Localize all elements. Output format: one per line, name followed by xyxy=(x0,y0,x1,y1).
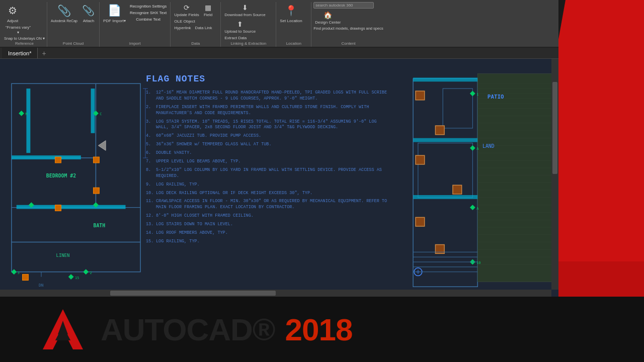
list-item: 4. 60"x60" JACUZZI TUB. PROVIDE PUMP ACC… xyxy=(146,133,387,139)
svg-text:C: C xyxy=(100,112,102,116)
ribbon-group-data: ⟳ Update Fields ▦ Field OLE Object Hyper… xyxy=(171,2,221,47)
list-item: 10. LOG DECK RAILING OPTIONAL OR IF DECK… xyxy=(146,191,387,197)
recap-icon: 📎 xyxy=(57,3,71,19)
ribbon-group-reference: ⚙ Adjust "Frames vary" ▾ Snap to Underla… xyxy=(2,2,47,47)
list-item: 9. LOG RAILING, TYP. xyxy=(146,182,387,188)
pdf-icon: 📄 xyxy=(107,3,121,19)
flag-notes-panel: FLAG NOTES 1. 12"-16" MEAN DIAMETER FULL… xyxy=(146,74,387,247)
svg-rect-84 xyxy=(416,217,425,226)
list-item: 5. 36"x36" SHOWER w/ TEMPERED GLASS WALL… xyxy=(146,142,387,148)
hyperlink-button[interactable]: Hyperlink xyxy=(173,25,192,31)
update-fields-icon: ⟳ xyxy=(182,3,192,13)
autocad-logo-svg xyxy=(40,307,86,352)
list-item: 8. 5-1/2"x10" LOG COLUMN BY LOG YARD IN … xyxy=(146,167,387,179)
ribbon-toolbar: ⚙ Adjust "Frames vary" ▾ Snap to Underla… xyxy=(0,0,558,48)
svg-rect-83 xyxy=(453,185,462,194)
attach-button[interactable]: 📎 Attach xyxy=(80,2,97,24)
tab-add-button[interactable]: + xyxy=(38,48,50,58)
adjust-icon: ⚙ xyxy=(6,3,20,19)
recognize-shx-button[interactable]: Recognize SHX Text xyxy=(128,10,168,16)
ribbon-group-linking: ⬇ Download from Source ⬆ Upload to Sourc… xyxy=(221,2,276,47)
svg-text:3: 3 xyxy=(18,271,20,275)
upload-to-source-button[interactable]: ⬆ Upload to Source xyxy=(223,19,257,34)
svg-rect-13 xyxy=(93,157,99,163)
scrollbar-thumb-h[interactable] xyxy=(110,291,276,296)
svg-rect-8 xyxy=(26,88,30,153)
svg-text:BEDROOM #2: BEDROOM #2 xyxy=(46,173,76,179)
list-item: 14. LOG ROOF MEMBERS ABOVE, TYP. xyxy=(146,230,387,236)
svg-text:M: M xyxy=(25,112,27,116)
svg-rect-80 xyxy=(416,91,425,100)
scrollbar-thumb-v[interactable] xyxy=(552,82,557,174)
svg-rect-93 xyxy=(413,195,477,199)
svg-rect-91 xyxy=(413,77,477,81)
design-center-button[interactable]: 🏠 Design Center xyxy=(313,10,342,25)
recognition-settings-button[interactable]: Recognition Settings xyxy=(128,4,168,9)
list-item: 6. DOUBLE VANITY. xyxy=(146,150,387,156)
svg-text:1: 1 xyxy=(476,93,478,97)
flag-notes-title: FLAG NOTES xyxy=(146,74,387,84)
data-link-button[interactable]: Data Link xyxy=(194,25,214,31)
combine-text-button[interactable]: Combine Text xyxy=(128,17,168,22)
svg-rect-9 xyxy=(91,88,95,133)
svg-text:DN: DN xyxy=(39,283,44,288)
list-item: 15. LOG RAILING, TYP. xyxy=(146,239,387,245)
svg-text:PATIO: PATIO xyxy=(488,94,504,100)
list-item: 1. 12"-16" MEAN DIAMETER FULL ROUND HAND… xyxy=(146,90,387,102)
field-button[interactable]: ▦ Field xyxy=(202,2,215,18)
tab-strip: Insertion* + xyxy=(0,48,558,59)
update-fields-button[interactable]: ⟳ Update Fields xyxy=(173,2,200,18)
list-item: 11. CRAWLSPACE ACCESS IN FLOOR - MIN. 30… xyxy=(146,199,387,211)
list-item: 2. FIREPLACE INSERT WITH FRAMED PERIMETE… xyxy=(146,105,387,117)
horizontal-scrollbar[interactable] xyxy=(0,290,551,297)
list-item: 7. UPPER LEVEL LOG BEAMS ABOVE, TYP. xyxy=(146,159,387,165)
design-center-icon: 🏠 xyxy=(323,10,333,20)
svg-rect-16 xyxy=(23,275,29,281)
brand-text-container: AUTOCAD® 2018 xyxy=(101,312,352,347)
svg-rect-92 xyxy=(413,138,477,142)
adjust-button[interactable]: ⚙ Adjust xyxy=(4,2,21,24)
svg-text:10: 10 xyxy=(476,261,480,265)
vertical-scrollbar[interactable] xyxy=(551,59,558,290)
find-products-label: Find product models, drawings and specs xyxy=(313,26,383,31)
tab-insertion[interactable]: Insertion* xyxy=(2,48,38,58)
svg-rect-38 xyxy=(477,74,552,282)
ole-object-button[interactable]: OLE Object xyxy=(173,19,196,24)
download-icon: ⬇ xyxy=(240,3,250,13)
brand-area: AUTOCAD® 2018 xyxy=(0,297,644,362)
ribbon-group-location: 📍 Set Location Location xyxy=(276,2,311,47)
svg-rect-10 xyxy=(12,155,81,159)
frames-vary-dropdown[interactable]: "Frames vary" ▾ xyxy=(4,25,32,35)
download-from-source-button[interactable]: ⬇ Download from Source xyxy=(223,2,267,18)
flag-notes-list: 1. 12"-16" MEAN DIAMETER FULL ROUND HAND… xyxy=(146,90,387,245)
svg-rect-14 xyxy=(55,205,61,211)
svg-rect-12 xyxy=(55,157,61,163)
pdf-import-button[interactable]: 📄 PDF Import▾ xyxy=(102,2,127,24)
ribbon-group-point-cloud: 📎 Autodesk ReCap 📎 Attach Point Cloud xyxy=(47,2,100,47)
list-item: 12. 8'-0" HIGH CLOSET WITH FRAMED CEILIN… xyxy=(146,213,387,219)
svg-text:BATH: BATH xyxy=(93,223,105,228)
upload-icon: ⬆ xyxy=(235,19,245,29)
field-icon: ▦ xyxy=(203,3,213,13)
svg-text:LAND: LAND xyxy=(482,143,495,149)
ribbon-group-import: 📄 PDF Import▾ Recognition Settings Recog… xyxy=(100,2,171,47)
autocad-screenshot: ⚙ Adjust "Frames vary" ▾ Snap to Underla… xyxy=(0,0,558,297)
set-location-button[interactable]: 📍 Set Location xyxy=(278,2,303,24)
ribbon-group-content: search autodesk 360 🏠 Design Center Find… xyxy=(311,2,385,47)
attach-icon: 📎 xyxy=(82,3,96,19)
autodesk-recap-button[interactable]: 📎 Autodesk ReCap xyxy=(49,3,79,23)
drawing-area[interactable]: DN BEDROOM #2 BATH LINEN M C xyxy=(0,59,558,297)
svg-text:LINEN: LINEN xyxy=(56,253,70,258)
search-input[interactable]: search autodesk 360 xyxy=(313,2,374,9)
svg-text:2: 2 xyxy=(90,271,92,275)
list-item: 13. LOG STAIRS DOWN TO MAIN LEVEL. xyxy=(146,222,387,228)
svg-rect-15 xyxy=(93,188,99,194)
list-item: 3. LOG STAIR SYSTEM. 10" TREADS, 15 RISE… xyxy=(146,119,387,131)
brand-year-text: 2018 xyxy=(285,312,353,347)
svg-text:15: 15 xyxy=(75,276,79,280)
svg-rect-81 xyxy=(435,126,444,135)
svg-rect-82 xyxy=(416,155,425,164)
brand-autocad-text: AUTOCAD® xyxy=(101,312,275,347)
extract-data-button[interactable]: Extract Data xyxy=(223,35,248,41)
location-icon: 📍 xyxy=(284,3,298,19)
